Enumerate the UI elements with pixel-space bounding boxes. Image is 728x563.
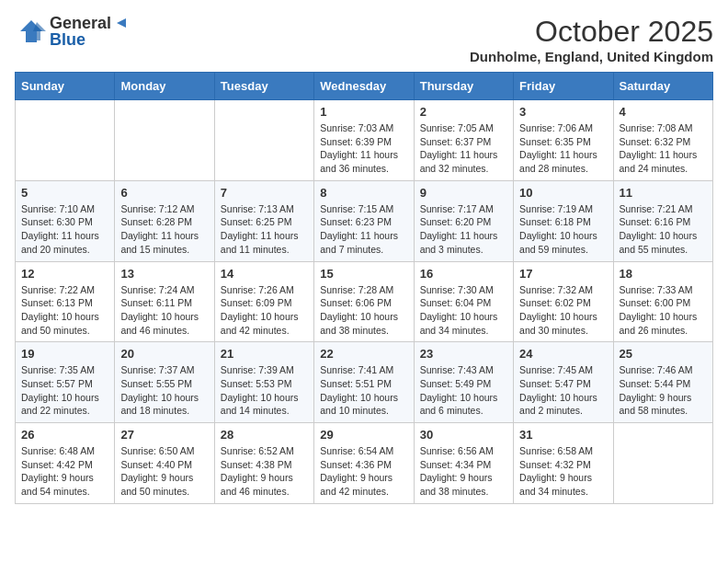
calendar-cell: 15Sunrise: 7:28 AM Sunset: 6:06 PM Dayli… [314,261,414,342]
cell-content: Sunrise: 7:30 AM Sunset: 6:04 PM Dayligh… [420,283,507,338]
cell-content: Sunrise: 6:50 AM Sunset: 4:40 PM Dayligh… [120,444,208,499]
logo-arrow-icon [113,15,130,31]
logo-text: General Blue [50,15,130,48]
cell-content: Sunrise: 7:39 AM Sunset: 5:53 PM Dayligh… [221,363,308,418]
day-number: 29 [320,428,407,442]
day-number: 6 [120,186,208,200]
calendar-cell [214,100,313,181]
day-number: 17 [519,267,607,281]
cell-content: Sunrise: 7:21 AM Sunset: 6:16 PM Dayligh… [620,202,707,257]
day-number: 13 [120,267,208,281]
cell-content: Sunrise: 6:54 AM Sunset: 4:36 PM Dayligh… [320,444,407,499]
calendar-cell [613,423,712,504]
day-number: 16 [420,267,507,281]
cell-content: Sunrise: 7:45 AM Sunset: 5:47 PM Dayligh… [519,363,607,418]
calendar-cell: 7Sunrise: 7:13 AM Sunset: 6:25 PM Daylig… [214,180,313,261]
calendar-cell: 4Sunrise: 7:08 AM Sunset: 6:32 PM Daylig… [613,100,712,181]
calendar-cell: 8Sunrise: 7:15 AM Sunset: 6:23 PM Daylig… [314,180,414,261]
day-number: 4 [620,105,707,119]
location: Dunholme, England, United Kingdom [470,49,713,64]
calendar-cell: 10Sunrise: 7:19 AM Sunset: 6:18 PM Dayli… [514,180,613,261]
calendar-cell: 22Sunrise: 7:41 AM Sunset: 5:51 PM Dayli… [314,342,414,423]
calendar-cell: 17Sunrise: 7:32 AM Sunset: 6:02 PM Dayli… [514,261,613,342]
title-section: October 2025 Dunholme, England, United K… [470,15,713,64]
calendar-cell: 1Sunrise: 7:03 AM Sunset: 6:39 PM Daylig… [314,100,414,181]
cell-content: Sunrise: 7:35 AM Sunset: 5:57 PM Dayligh… [21,363,108,418]
calendar-cell: 16Sunrise: 7:30 AM Sunset: 6:04 PM Dayli… [414,261,513,342]
day-number: 25 [620,347,707,361]
day-number: 11 [620,186,707,200]
calendar-cell: 30Sunrise: 6:56 AM Sunset: 4:34 PM Dayli… [414,423,513,504]
day-header-tuesday: Tuesday [214,73,313,100]
day-number: 21 [221,347,308,361]
week-row-0: 1Sunrise: 7:03 AM Sunset: 6:39 PM Daylig… [16,100,713,181]
day-number: 20 [120,347,208,361]
calendar-cell: 23Sunrise: 7:43 AM Sunset: 5:49 PM Dayli… [414,342,513,423]
day-number: 23 [420,347,507,361]
cell-content: Sunrise: 7:13 AM Sunset: 6:25 PM Dayligh… [221,202,308,257]
calendar-cell: 29Sunrise: 6:54 AM Sunset: 4:36 PM Dayli… [314,423,414,504]
calendar-cell: 25Sunrise: 7:46 AM Sunset: 5:44 PM Dayli… [613,342,712,423]
calendar-cell: 24Sunrise: 7:45 AM Sunset: 5:47 PM Dayli… [514,342,613,423]
cell-content: Sunrise: 7:12 AM Sunset: 6:28 PM Dayligh… [120,202,208,257]
week-row-4: 26Sunrise: 6:48 AM Sunset: 4:42 PM Dayli… [16,423,713,504]
day-number: 19 [21,347,108,361]
calendar-cell: 27Sunrise: 6:50 AM Sunset: 4:40 PM Dayli… [115,423,214,504]
cell-content: Sunrise: 7:03 AM Sunset: 6:39 PM Dayligh… [320,121,407,176]
day-number: 1 [320,105,407,119]
cell-content: Sunrise: 7:32 AM Sunset: 6:02 PM Dayligh… [519,283,607,338]
calendar-cell: 13Sunrise: 7:24 AM Sunset: 6:11 PM Dayli… [115,261,214,342]
calendar-cell: 6Sunrise: 7:12 AM Sunset: 6:28 PM Daylig… [115,180,214,261]
cell-content: Sunrise: 7:17 AM Sunset: 6:20 PM Dayligh… [420,202,507,257]
logo-icon [15,15,48,48]
cell-content: Sunrise: 6:58 AM Sunset: 4:32 PM Dayligh… [519,444,607,499]
day-number: 8 [320,186,407,200]
day-header-thursday: Thursday [414,73,513,100]
logo-general: General [50,15,111,31]
logo: General Blue [15,15,130,48]
day-number: 22 [320,347,407,361]
day-number: 15 [320,267,407,281]
week-row-1: 5Sunrise: 7:10 AM Sunset: 6:30 PM Daylig… [16,180,713,261]
svg-marker-3 [117,18,126,28]
calendar-cell: 9Sunrise: 7:17 AM Sunset: 6:20 PM Daylig… [414,180,513,261]
cell-content: Sunrise: 7:33 AM Sunset: 6:00 PM Dayligh… [620,283,707,338]
cell-content: Sunrise: 6:56 AM Sunset: 4:34 PM Dayligh… [420,444,507,499]
calendar-cell: 20Sunrise: 7:37 AM Sunset: 5:55 PM Dayli… [115,342,214,423]
day-number: 7 [221,186,308,200]
week-row-2: 12Sunrise: 7:22 AM Sunset: 6:13 PM Dayli… [16,261,713,342]
day-number: 3 [519,105,607,119]
cell-content: Sunrise: 7:26 AM Sunset: 6:09 PM Dayligh… [221,283,308,338]
cell-content: Sunrise: 6:52 AM Sunset: 4:38 PM Dayligh… [221,444,308,499]
page-header: General Blue October 2025 Dunholme, Engl… [15,15,713,64]
calendar-cell: 26Sunrise: 6:48 AM Sunset: 4:42 PM Dayli… [16,423,115,504]
month-title: October 2025 [470,15,713,49]
day-number: 30 [420,428,507,442]
calendar-cell: 5Sunrise: 7:10 AM Sunset: 6:30 PM Daylig… [16,180,115,261]
cell-content: Sunrise: 7:43 AM Sunset: 5:49 PM Dayligh… [420,363,507,418]
cell-content: Sunrise: 7:28 AM Sunset: 6:06 PM Dayligh… [320,283,407,338]
day-number: 24 [519,347,607,361]
day-header-monday: Monday [115,73,214,100]
day-number: 12 [21,267,108,281]
calendar-cell: 21Sunrise: 7:39 AM Sunset: 5:53 PM Dayli… [214,342,313,423]
calendar-cell [115,100,214,181]
cell-content: Sunrise: 7:08 AM Sunset: 6:32 PM Dayligh… [620,121,707,176]
cell-content: Sunrise: 7:37 AM Sunset: 5:55 PM Dayligh… [120,363,208,418]
cell-content: Sunrise: 7:24 AM Sunset: 6:11 PM Dayligh… [120,283,208,338]
day-number: 5 [21,186,108,200]
day-number: 28 [221,428,308,442]
logo-blue: Blue [50,31,130,48]
calendar-cell: 12Sunrise: 7:22 AM Sunset: 6:13 PM Dayli… [16,261,115,342]
calendar-cell: 18Sunrise: 7:33 AM Sunset: 6:00 PM Dayli… [613,261,712,342]
cell-content: Sunrise: 7:05 AM Sunset: 6:37 PM Dayligh… [420,121,507,176]
day-header-friday: Friday [514,73,613,100]
day-header-sunday: Sunday [16,73,115,100]
day-number: 2 [420,105,507,119]
calendar-cell [16,100,115,181]
calendar-cell: 3Sunrise: 7:06 AM Sunset: 6:35 PM Daylig… [514,100,613,181]
week-row-3: 19Sunrise: 7:35 AM Sunset: 5:57 PM Dayli… [16,342,713,423]
day-number: 31 [519,428,607,442]
cell-content: Sunrise: 7:46 AM Sunset: 5:44 PM Dayligh… [620,363,707,418]
calendar-cell: 2Sunrise: 7:05 AM Sunset: 6:37 PM Daylig… [414,100,513,181]
